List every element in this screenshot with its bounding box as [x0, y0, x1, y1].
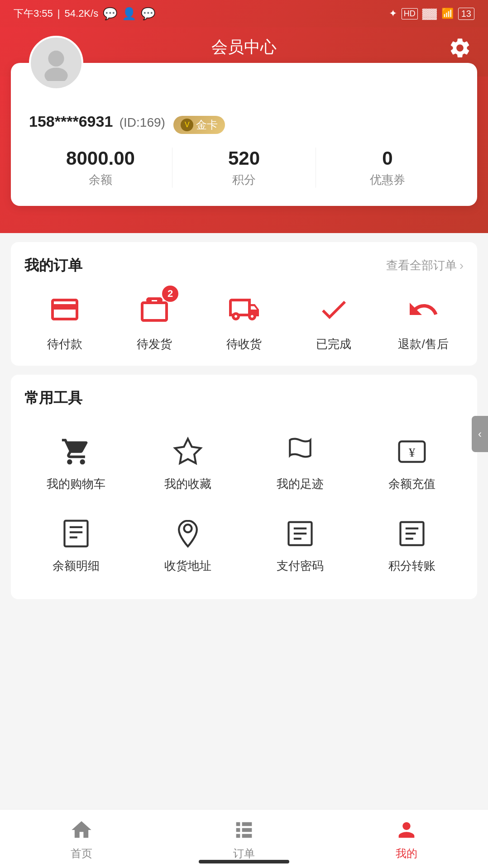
pay-password-label: 支付密码	[277, 558, 324, 574]
profile-card: 158****6931 (ID:169) V 金卡 8000.00 余额 520…	[11, 63, 477, 206]
points-value: 520	[172, 148, 316, 169]
svg-point-0	[48, 51, 64, 67]
footprint-label: 我的足迹	[277, 476, 324, 492]
coupons-stat[interactable]: 0 优惠券	[316, 148, 459, 188]
favorites-label: 我的收藏	[164, 476, 211, 492]
pending-payment-icon-wrap	[44, 289, 85, 330]
balance-value: 8000.00	[29, 148, 172, 169]
tool-cart[interactable]: 我的购物车	[20, 426, 132, 499]
pending-receive-icon	[226, 291, 262, 328]
order-item-completed[interactable]: 已完成	[289, 289, 378, 352]
order-item-pending-ship[interactable]: 2 待发货	[110, 289, 199, 352]
user-info: 158****6931 (ID:169) V 金卡	[29, 113, 459, 134]
points-label: 积分	[172, 172, 316, 188]
nav-orders[interactable]: 订单	[163, 817, 325, 861]
coupons-value: 0	[316, 148, 459, 169]
app-icon1: 👤	[122, 7, 136, 21]
transfer-icon	[394, 515, 430, 552]
view-all-orders-link[interactable]: 查看全部订单 ›	[386, 258, 464, 273]
signal-icon: ▓▓	[422, 8, 437, 19]
content-area: 158****6931 (ID:169) V 金卡 8000.00 余额 520…	[0, 63, 488, 853]
balance-detail-label: 余额明细	[53, 558, 100, 574]
detail-icon	[58, 515, 94, 552]
pending-payment-label: 待付款	[47, 336, 82, 352]
completed-icon-wrap	[313, 289, 354, 330]
side-handle[interactable]: ‹	[472, 416, 488, 452]
home-label: 首页	[71, 846, 92, 861]
wifi-icon: 📶	[441, 8, 454, 19]
app-icon2: 💬	[141, 7, 155, 21]
bottom-indicator	[199, 860, 289, 863]
member-badge-icon: V	[181, 119, 193, 131]
profile-nav-label: 我的	[396, 846, 417, 861]
pending-payment-icon	[47, 291, 83, 328]
user-phone: 158****6931	[29, 113, 113, 130]
order-item-refund[interactable]: 退款/售后	[378, 289, 468, 352]
orders-nav-label: 订单	[233, 846, 255, 861]
tools-header: 常用工具	[20, 388, 468, 408]
pending-ship-badge: 2	[162, 286, 178, 302]
battery-icon: 13	[458, 8, 474, 20]
status-speed: 54.2K/s	[65, 8, 99, 19]
address-icon	[170, 515, 206, 552]
orders-title: 我的订单	[24, 256, 82, 276]
topup-label: 余额充值	[388, 476, 435, 492]
settings-button[interactable]	[448, 36, 472, 64]
wechat-icon: 💬	[103, 7, 117, 21]
side-handle-arrow: ‹	[478, 428, 482, 440]
completed-icon	[316, 291, 352, 328]
user-id: (ID:169)	[120, 115, 165, 129]
cart-label: 我的购物车	[47, 476, 105, 492]
topup-icon: ¥	[394, 434, 430, 470]
svg-point-1	[44, 67, 67, 81]
coupons-label: 优惠券	[316, 172, 459, 188]
bottom-nav: 首页 订单 我的	[0, 809, 488, 868]
bluetooth-icon: ✦	[389, 8, 397, 19]
tool-points-transfer[interactable]: 积分转账	[356, 508, 469, 581]
status-bar: 下午3:55 | 54.2K/s 💬 👤 💬 ✦ HD ▓▓ 📶 13	[0, 0, 488, 27]
tool-favorites[interactable]: 我的收藏	[132, 426, 244, 499]
tool-pay-password[interactable]: 支付密码	[244, 508, 356, 581]
page-title: 会员中心	[211, 38, 277, 56]
tool-topup[interactable]: ¥ 余额充值	[356, 426, 469, 499]
status-right: ✦ HD ▓▓ 📶 13	[389, 8, 474, 20]
orders-section: 我的订单 查看全部订单 › 待付款	[11, 242, 477, 366]
view-all-label: 查看全部订单	[386, 258, 457, 273]
stats-row: 8000.00 余额 520 积分 0 优惠券	[29, 148, 459, 188]
pending-receive-label: 待收货	[226, 336, 262, 352]
home-icon	[69, 817, 94, 843]
tool-balance-detail[interactable]: 余额明细	[20, 508, 132, 581]
balance-stat[interactable]: 8000.00 余额	[29, 148, 172, 188]
order-item-pending-payment[interactable]: 待付款	[20, 289, 110, 352]
avatar[interactable]	[29, 36, 83, 90]
points-transfer-label: 积分转账	[388, 558, 435, 574]
refund-icon	[405, 291, 441, 328]
tool-footprint[interactable]: 我的足迹	[244, 426, 356, 499]
svg-point-10	[184, 525, 192, 532]
balance-label: 余额	[29, 172, 172, 188]
svg-marker-2	[175, 439, 201, 463]
order-items: 待付款 2 待发货	[20, 289, 468, 352]
nav-home[interactable]: 首页	[0, 817, 163, 861]
tools-grid: 我的购物车 我的收藏 我的足迹	[20, 422, 468, 586]
gray-area	[0, 608, 488, 789]
tools-title: 常用工具	[24, 388, 82, 408]
status-divider: |	[57, 8, 60, 19]
nav-profile[interactable]: 我的	[325, 817, 488, 861]
order-item-pending-receive[interactable]: 待收货	[199, 289, 289, 352]
status-time: 下午3:55	[14, 7, 53, 20]
points-stat[interactable]: 520 积分	[172, 148, 316, 188]
avatar-container	[29, 36, 83, 90]
svg-rect-6	[64, 520, 87, 546]
flag-icon	[282, 434, 318, 470]
pending-ship-icon-wrap: 2	[134, 289, 175, 330]
refund-icon-wrap	[403, 289, 444, 330]
hd-label: HD	[402, 8, 418, 19]
cart-icon	[58, 434, 94, 470]
svg-text:¥: ¥	[409, 445, 416, 459]
pending-receive-icon-wrap	[224, 289, 264, 330]
member-level: 金卡	[196, 118, 218, 132]
member-badge: V 金卡	[173, 116, 225, 134]
tool-address[interactable]: 收货地址	[132, 508, 244, 581]
password-icon	[282, 515, 318, 552]
